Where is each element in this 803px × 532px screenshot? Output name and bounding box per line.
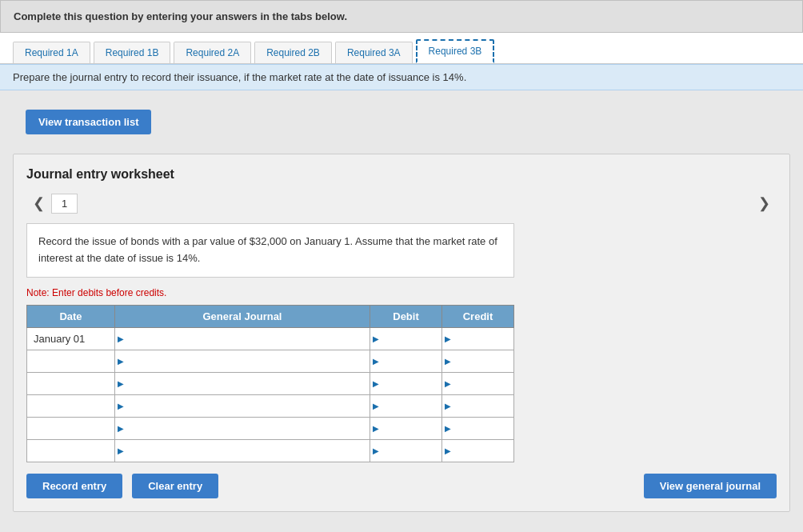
view-general-journal-button[interactable]: View general journal [644, 474, 777, 498]
tab-required-2b[interactable]: Required 2B [254, 42, 332, 63]
tab-required-2a[interactable]: Required 2A [174, 42, 251, 63]
journal-cell-5[interactable] [115, 417, 370, 439]
debit-input-2[interactable] [370, 350, 441, 372]
journal-input-5[interactable] [115, 418, 370, 439]
journal-input-6[interactable] [115, 440, 370, 462]
journal-input-4[interactable] [115, 395, 370, 417]
bottom-buttons: Record entry Clear entry View general jo… [26, 474, 777, 498]
date-cell-6 [27, 439, 115, 462]
date-cell-1: January 01 [27, 327, 115, 350]
journal-input-2[interactable] [115, 350, 370, 372]
date-cell-4 [27, 394, 115, 417]
credit-cell-4[interactable] [442, 394, 514, 417]
journal-table: Date General Journal Debit Credit Januar… [26, 305, 514, 462]
col-header-debit: Debit [370, 305, 442, 327]
debit-input-1[interactable] [370, 328, 441, 350]
table-row: January 01 [27, 327, 514, 350]
note-text: Note: Enter debits before credits. [26, 287, 777, 298]
credit-input-4[interactable] [442, 395, 513, 417]
sub-instruction: Prepare the journal entry to record thei… [0, 64, 803, 90]
clear-entry-button[interactable]: Clear entry [132, 474, 218, 498]
credit-cell-3[interactable] [442, 372, 514, 394]
credit-input-3[interactable] [442, 373, 513, 394]
table-row [27, 439, 514, 462]
debit-input-5[interactable] [370, 418, 441, 439]
worksheet-container: Journal entry worksheet ❮ 1 ❯ Record the… [13, 154, 790, 512]
journal-cell-3[interactable] [115, 372, 370, 394]
debit-cell-1[interactable] [370, 327, 442, 350]
credit-input-6[interactable] [442, 440, 513, 462]
debit-cell-6[interactable] [370, 439, 442, 462]
journal-input-1[interactable] [115, 328, 370, 350]
table-row [27, 350, 514, 372]
table-row [27, 417, 514, 439]
debit-cell-5[interactable] [370, 417, 442, 439]
col-header-journal: General Journal [115, 305, 370, 327]
debit-input-4[interactable] [370, 395, 441, 417]
top-instruction: Complete this question by entering your … [0, 0, 803, 33]
debit-cell-2[interactable] [370, 350, 442, 372]
record-entry-button[interactable]: Record entry [26, 474, 122, 498]
col-header-credit: Credit [442, 305, 514, 327]
table-row [27, 394, 514, 417]
tab-required-1a[interactable]: Required 1A [13, 42, 90, 63]
worksheet-title: Journal entry worksheet [26, 167, 777, 182]
journal-cell-2[interactable] [115, 350, 370, 372]
tab-required-3b[interactable]: Required 3B [416, 39, 495, 63]
col-header-date: Date [27, 305, 115, 327]
nav-row: ❮ 1 ❯ [26, 193, 777, 214]
debit-cell-4[interactable] [370, 394, 442, 417]
date-cell-2 [27, 350, 115, 372]
tab-required-3a[interactable]: Required 3A [335, 42, 413, 63]
description-box: Record the issue of bonds with a par val… [26, 223, 514, 278]
table-row [27, 372, 514, 394]
journal-input-3[interactable] [115, 373, 370, 394]
credit-input-1[interactable] [442, 328, 513, 350]
view-transaction-list-button[interactable]: View transaction list [26, 110, 151, 134]
date-cell-3 [27, 372, 115, 394]
page-number-tab[interactable]: 1 [51, 194, 78, 214]
debit-input-6[interactable] [370, 440, 441, 462]
credit-cell-5[interactable] [442, 417, 514, 439]
journal-cell-6[interactable] [115, 439, 370, 462]
credit-input-5[interactable] [442, 418, 513, 439]
date-cell-5 [27, 417, 115, 439]
debit-cell-3[interactable] [370, 372, 442, 394]
credit-input-2[interactable] [442, 350, 513, 372]
journal-cell-1[interactable] [115, 327, 370, 350]
credit-cell-2[interactable] [442, 350, 514, 372]
journal-cell-4[interactable] [115, 394, 370, 417]
credit-cell-6[interactable] [442, 439, 514, 462]
tabs-bar: Required 1A Required 1B Required 2A Requ… [0, 33, 803, 64]
credit-cell-1[interactable] [442, 327, 514, 350]
tab-required-1b[interactable]: Required 1B [94, 42, 171, 63]
debit-input-3[interactable] [370, 373, 441, 394]
prev-arrow[interactable]: ❮ [26, 193, 51, 214]
next-arrow[interactable]: ❯ [752, 193, 777, 214]
